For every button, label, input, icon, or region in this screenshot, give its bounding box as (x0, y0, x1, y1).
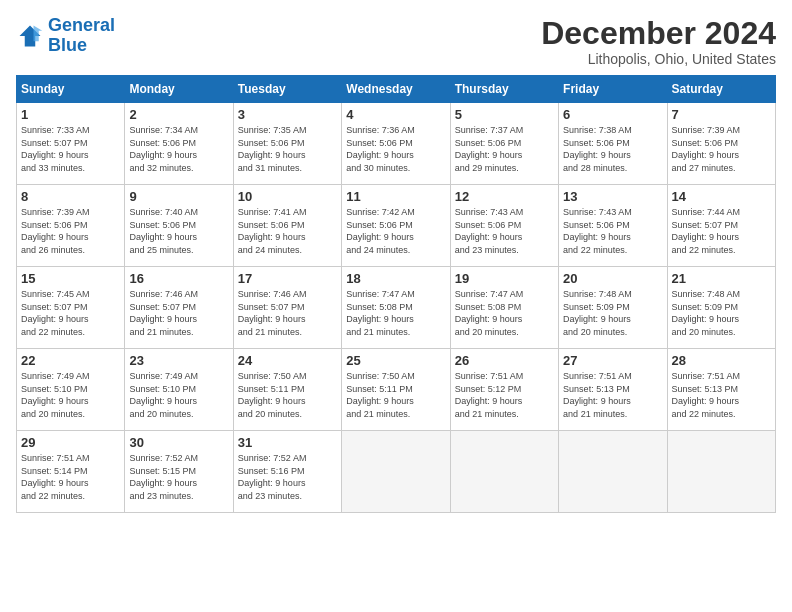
day-number: 2 (129, 107, 228, 122)
week-row-2: 8Sunrise: 7:39 AM Sunset: 5:06 PM Daylig… (17, 185, 776, 267)
day-info: Sunrise: 7:43 AM Sunset: 5:06 PM Dayligh… (455, 206, 554, 256)
day-info: Sunrise: 7:51 AM Sunset: 5:13 PM Dayligh… (563, 370, 662, 420)
day-cell: 15Sunrise: 7:45 AM Sunset: 5:07 PM Dayli… (17, 267, 125, 349)
day-cell: 26Sunrise: 7:51 AM Sunset: 5:12 PM Dayli… (450, 349, 558, 431)
day-info: Sunrise: 7:34 AM Sunset: 5:06 PM Dayligh… (129, 124, 228, 174)
day-number: 11 (346, 189, 445, 204)
day-info: Sunrise: 7:38 AM Sunset: 5:06 PM Dayligh… (563, 124, 662, 174)
logo-icon (16, 22, 44, 50)
day-info: Sunrise: 7:43 AM Sunset: 5:06 PM Dayligh… (563, 206, 662, 256)
day-number: 17 (238, 271, 337, 286)
day-info: Sunrise: 7:47 AM Sunset: 5:08 PM Dayligh… (455, 288, 554, 338)
weekday-header-saturday: Saturday (667, 76, 775, 103)
day-number: 15 (21, 271, 120, 286)
day-info: Sunrise: 7:52 AM Sunset: 5:16 PM Dayligh… (238, 452, 337, 502)
day-number: 12 (455, 189, 554, 204)
day-number: 31 (238, 435, 337, 450)
calendar-table: SundayMondayTuesdayWednesdayThursdayFrid… (16, 75, 776, 513)
day-number: 21 (672, 271, 771, 286)
day-info: Sunrise: 7:41 AM Sunset: 5:06 PM Dayligh… (238, 206, 337, 256)
day-cell: 16Sunrise: 7:46 AM Sunset: 5:07 PM Dayli… (125, 267, 233, 349)
day-cell: 27Sunrise: 7:51 AM Sunset: 5:13 PM Dayli… (559, 349, 667, 431)
day-info: Sunrise: 7:52 AM Sunset: 5:15 PM Dayligh… (129, 452, 228, 502)
day-number: 9 (129, 189, 228, 204)
day-cell: 30Sunrise: 7:52 AM Sunset: 5:15 PM Dayli… (125, 431, 233, 513)
day-info: Sunrise: 7:50 AM Sunset: 5:11 PM Dayligh… (346, 370, 445, 420)
day-cell: 7Sunrise: 7:39 AM Sunset: 5:06 PM Daylig… (667, 103, 775, 185)
day-number: 27 (563, 353, 662, 368)
day-info: Sunrise: 7:40 AM Sunset: 5:06 PM Dayligh… (129, 206, 228, 256)
day-number: 7 (672, 107, 771, 122)
day-cell: 17Sunrise: 7:46 AM Sunset: 5:07 PM Dayli… (233, 267, 341, 349)
weekday-header-wednesday: Wednesday (342, 76, 450, 103)
day-info: Sunrise: 7:44 AM Sunset: 5:07 PM Dayligh… (672, 206, 771, 256)
day-number: 25 (346, 353, 445, 368)
day-info: Sunrise: 7:46 AM Sunset: 5:07 PM Dayligh… (238, 288, 337, 338)
day-number: 22 (21, 353, 120, 368)
day-cell: 23Sunrise: 7:49 AM Sunset: 5:10 PM Dayli… (125, 349, 233, 431)
week-row-5: 29Sunrise: 7:51 AM Sunset: 5:14 PM Dayli… (17, 431, 776, 513)
day-cell: 11Sunrise: 7:42 AM Sunset: 5:06 PM Dayli… (342, 185, 450, 267)
day-cell: 31Sunrise: 7:52 AM Sunset: 5:16 PM Dayli… (233, 431, 341, 513)
day-number: 30 (129, 435, 228, 450)
day-cell: 19Sunrise: 7:47 AM Sunset: 5:08 PM Dayli… (450, 267, 558, 349)
day-cell: 9Sunrise: 7:40 AM Sunset: 5:06 PM Daylig… (125, 185, 233, 267)
day-cell: 10Sunrise: 7:41 AM Sunset: 5:06 PM Dayli… (233, 185, 341, 267)
day-info: Sunrise: 7:35 AM Sunset: 5:06 PM Dayligh… (238, 124, 337, 174)
logo-text: General Blue (48, 16, 115, 56)
day-info: Sunrise: 7:50 AM Sunset: 5:11 PM Dayligh… (238, 370, 337, 420)
day-number: 16 (129, 271, 228, 286)
day-info: Sunrise: 7:49 AM Sunset: 5:10 PM Dayligh… (129, 370, 228, 420)
logo-line1: General (48, 15, 115, 35)
day-number: 4 (346, 107, 445, 122)
day-number: 24 (238, 353, 337, 368)
day-cell (667, 431, 775, 513)
day-number: 26 (455, 353, 554, 368)
day-info: Sunrise: 7:48 AM Sunset: 5:09 PM Dayligh… (563, 288, 662, 338)
day-cell (342, 431, 450, 513)
day-number: 20 (563, 271, 662, 286)
weekday-header-monday: Monday (125, 76, 233, 103)
day-info: Sunrise: 7:39 AM Sunset: 5:06 PM Dayligh… (672, 124, 771, 174)
day-cell: 1Sunrise: 7:33 AM Sunset: 5:07 PM Daylig… (17, 103, 125, 185)
day-number: 29 (21, 435, 120, 450)
week-row-1: 1Sunrise: 7:33 AM Sunset: 5:07 PM Daylig… (17, 103, 776, 185)
day-cell (559, 431, 667, 513)
day-cell: 18Sunrise: 7:47 AM Sunset: 5:08 PM Dayli… (342, 267, 450, 349)
day-cell: 24Sunrise: 7:50 AM Sunset: 5:11 PM Dayli… (233, 349, 341, 431)
day-info: Sunrise: 7:37 AM Sunset: 5:06 PM Dayligh… (455, 124, 554, 174)
weekday-header-thursday: Thursday (450, 76, 558, 103)
day-cell (450, 431, 558, 513)
weekday-header-friday: Friday (559, 76, 667, 103)
day-cell: 8Sunrise: 7:39 AM Sunset: 5:06 PM Daylig… (17, 185, 125, 267)
page-container: General Blue December 2024 Lithopolis, O… (0, 0, 792, 521)
day-number: 3 (238, 107, 337, 122)
day-number: 19 (455, 271, 554, 286)
week-row-4: 22Sunrise: 7:49 AM Sunset: 5:10 PM Dayli… (17, 349, 776, 431)
day-cell: 5Sunrise: 7:37 AM Sunset: 5:06 PM Daylig… (450, 103, 558, 185)
day-info: Sunrise: 7:42 AM Sunset: 5:06 PM Dayligh… (346, 206, 445, 256)
header: General Blue December 2024 Lithopolis, O… (16, 16, 776, 67)
day-info: Sunrise: 7:51 AM Sunset: 5:14 PM Dayligh… (21, 452, 120, 502)
day-cell: 4Sunrise: 7:36 AM Sunset: 5:06 PM Daylig… (342, 103, 450, 185)
svg-marker-1 (34, 25, 43, 41)
day-number: 1 (21, 107, 120, 122)
week-row-3: 15Sunrise: 7:45 AM Sunset: 5:07 PM Dayli… (17, 267, 776, 349)
day-cell: 2Sunrise: 7:34 AM Sunset: 5:06 PM Daylig… (125, 103, 233, 185)
day-cell: 29Sunrise: 7:51 AM Sunset: 5:14 PM Dayli… (17, 431, 125, 513)
day-info: Sunrise: 7:51 AM Sunset: 5:12 PM Dayligh… (455, 370, 554, 420)
logo-line2: Blue (48, 35, 87, 55)
day-cell: 6Sunrise: 7:38 AM Sunset: 5:06 PM Daylig… (559, 103, 667, 185)
day-number: 14 (672, 189, 771, 204)
day-number: 6 (563, 107, 662, 122)
location: Lithopolis, Ohio, United States (541, 51, 776, 67)
day-number: 18 (346, 271, 445, 286)
day-number: 13 (563, 189, 662, 204)
day-cell: 12Sunrise: 7:43 AM Sunset: 5:06 PM Dayli… (450, 185, 558, 267)
day-info: Sunrise: 7:36 AM Sunset: 5:06 PM Dayligh… (346, 124, 445, 174)
day-info: Sunrise: 7:47 AM Sunset: 5:08 PM Dayligh… (346, 288, 445, 338)
day-number: 5 (455, 107, 554, 122)
day-cell: 21Sunrise: 7:48 AM Sunset: 5:09 PM Dayli… (667, 267, 775, 349)
day-cell: 13Sunrise: 7:43 AM Sunset: 5:06 PM Dayli… (559, 185, 667, 267)
day-cell: 25Sunrise: 7:50 AM Sunset: 5:11 PM Dayli… (342, 349, 450, 431)
